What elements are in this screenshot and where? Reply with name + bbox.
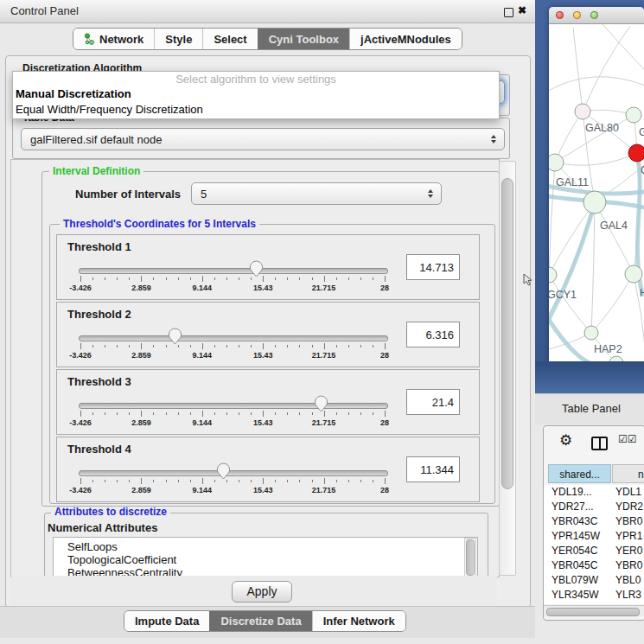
table-row[interactable]: YLR345WYLR3 [544,588,644,603]
table-cell[interactable]: YPR1 [615,529,642,544]
network-edge[interactable] [591,274,634,333]
tab-impute-data[interactable]: Impute Data [124,611,209,631]
slider-knob[interactable] [249,260,264,277]
network-edge[interactable] [549,202,595,275]
network-edge[interactable] [549,163,555,275]
table-row[interactable]: YBR045CYBR0 [544,558,644,573]
network-edge[interactable] [549,77,644,93]
table-cell[interactable]: YDR27... [552,500,594,514]
scrollbar-thumb[interactable] [466,539,475,576]
tick-mark [299,480,300,482]
network-node[interactable] [625,265,642,283]
table-row[interactable]: YDL19...YDL1 [544,485,644,500]
slider-knob[interactable] [168,328,182,345]
table-cell[interactable]: YDL1 [615,485,641,500]
attributes-list-scrollbar[interactable] [464,538,476,577]
menu-item-equal-width-frequency-discretization[interactable]: Equal Width/Frequency Discretization [13,102,499,118]
slider-track[interactable] [79,470,388,476]
scrollbar-thumb[interactable] [501,178,513,489]
network-node[interactable] [626,107,641,123]
table-row[interactable]: YDR27...YDR2 [544,500,644,514]
network-edge[interactable] [573,28,583,112]
tab-network[interactable]: Network [73,29,154,49]
table-cell[interactable]: YBL0 [615,573,641,588]
tick-mark [129,345,130,348]
menu-item-manual-discretization[interactable]: Manual Discretization [13,86,499,102]
table-cell[interactable]: YBR0 [615,558,642,573]
slider-track[interactable] [79,335,388,341]
table-cell[interactable]: YER0 [615,544,642,558]
slider-track[interactable] [79,268,388,274]
threshold-value-field[interactable]: 21.4 [406,389,460,415]
table-horizontal-scrollbar[interactable] [544,605,644,616]
table-cell[interactable]: YBL079W [552,573,598,588]
minimize-traffic-light[interactable] [573,11,581,19]
close-icon[interactable]: ✖ [518,4,526,16]
select-columns-icon[interactable]: ☑☑ [618,433,637,445]
attribute-list-item[interactable]: TopologicalCoefficient [67,553,176,566]
table-cell[interactable]: YLR345W [552,588,599,603]
tab-label: Discretize Data [220,615,301,628]
network-node-hap2[interactable] [584,326,598,340]
table-cell[interactable]: YBR043C [552,514,597,529]
network-node-gal4[interactable] [583,191,606,214]
network-node[interactable] [628,144,644,162]
table-cell[interactable]: YDR2 [615,500,643,514]
network-edge[interactable] [595,202,634,274]
table-cell[interactable]: YDL19... [552,485,592,500]
scrollbar-thumb[interactable] [546,608,640,616]
tab-jactivemnodules[interactable]: jActiveMNodules [349,29,462,49]
network-node-label: GAL80 [585,122,619,134]
tab-select[interactable]: Select [202,29,257,49]
attribute-list-item[interactable]: SelfLoops [67,540,118,553]
network-edge-thick[interactable] [549,202,595,332]
split-columns-icon[interactable] [591,437,608,450]
tab-style[interactable]: Style [154,29,202,49]
slider-knob[interactable] [314,395,328,412]
attributes-list[interactable]: SelfLoopsTopologicalCoefficientBetweenne… [53,537,478,577]
column-header-name[interactable]: name [612,464,644,483]
table-cell[interactable]: YPR145W [552,529,600,544]
threshold-value-field[interactable]: 11.344 [406,456,460,482]
tick-label: -3.426 [69,284,92,292]
network-window-titlebar[interactable] [549,7,644,24]
bottom-tab-strip: Impute DataDiscretize DataInfer Network [0,606,535,638]
table-row[interactable]: YER054CYER0 [544,544,644,558]
network-node-gal11[interactable] [549,154,564,171]
table-cell[interactable]: YBR0 [615,514,642,529]
table-row[interactable]: YPR145WYPR1 [544,529,644,544]
close-traffic-light[interactable] [556,11,564,19]
network-edge[interactable] [583,26,630,112]
threshold-value-field[interactable]: 14.713 [406,254,460,280]
apply-row: Apply [11,576,497,605]
table-data-combo[interactable]: galFiltered.sif default node [21,128,505,150]
network-node-gcy1[interactable] [549,267,557,283]
table-cell[interactable]: YBR045C [552,558,597,573]
tab-label: Infer Network [323,615,395,628]
tick-mark [92,412,93,415]
tab-infer-network[interactable]: Infer Network [312,611,405,631]
tab-discretize-data[interactable]: Discretize Data [209,611,311,631]
table-cell[interactable]: YIL0 [615,603,637,604]
table-cell[interactable]: YER054C [552,544,597,558]
table-cell[interactable]: YLR3 [615,588,641,603]
settings-scrollbar[interactable] [499,161,516,576]
column-header-shared-[interactable]: shared... [548,464,611,483]
threshold-value-field[interactable]: 6.316 [406,322,460,348]
network-edge[interactable] [591,202,595,333]
table-row[interactable]: YBR043CYBR0 [544,514,644,529]
table-cell[interactable]: YIL053C [552,603,592,604]
table-row[interactable]: YBL079WYBL0 [544,573,644,588]
tab-cyni-toolbox[interactable]: Cyni Toolbox [258,29,349,49]
number-of-intervals-combo[interactable]: 5 [191,182,442,205]
network-edge[interactable] [603,24,644,73]
network-canvas[interactable]: GAL80GCGAL11GAL4GCY1HHAP2 [549,24,644,361]
slider-track[interactable] [79,403,388,409]
zoom-traffic-light[interactable] [590,11,598,19]
slider-knob[interactable] [216,462,231,480]
apply-button[interactable]: Apply [232,581,292,603]
network-node-gal80[interactable] [575,104,590,119]
gear-icon[interactable]: ⚙ [559,431,572,450]
float-window-icon[interactable] [504,8,513,17]
table-row[interactable]: YIL053CYIL0 [544,603,644,604]
